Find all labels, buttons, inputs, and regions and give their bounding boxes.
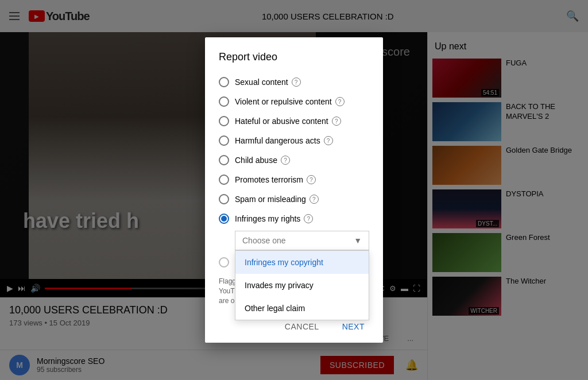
option-text-sexual: Sexual content xyxy=(235,77,288,87)
dropdown-item-privacy[interactable]: Invades my privacy xyxy=(235,274,369,297)
help-icon-violent[interactable]: ? xyxy=(335,97,345,106)
chevron-down-icon: ▼ xyxy=(354,236,362,245)
help-icon-terrorism[interactable]: ? xyxy=(307,175,316,184)
radio-hateful xyxy=(219,116,229,126)
dropdown-container: Choose one ▼ Infringes my copyright Inva… xyxy=(235,231,369,250)
option-spam[interactable]: Spam or misleading ? xyxy=(205,189,383,209)
radio-other xyxy=(219,257,229,267)
help-icon-sexual[interactable]: ? xyxy=(292,77,301,87)
report-dialog: Report video Sexual content ? Violent or… xyxy=(205,37,383,342)
modal-overlay: Report video Sexual content ? Violent or… xyxy=(0,0,588,380)
option-terrorism[interactable]: Promotes terrorism ? xyxy=(205,170,383,189)
option-label-hateful: Hateful or abusive content ? xyxy=(235,117,341,126)
option-hateful[interactable]: Hateful or abusive content ? xyxy=(205,111,383,131)
option-label-terrorism: Promotes terrorism ? xyxy=(235,175,316,184)
option-text-rights: Infringes my rights xyxy=(235,214,300,223)
option-sexual[interactable]: Sexual content ? xyxy=(205,72,383,92)
option-text-spam: Spam or misleading xyxy=(235,195,306,204)
dropdown-menu: Infringes my copyright Invades my privac… xyxy=(235,250,369,320)
radio-spam xyxy=(219,194,229,204)
help-icon-spam[interactable]: ? xyxy=(310,195,319,204)
dropdown-item-legal[interactable]: Other legal claim xyxy=(235,297,369,320)
option-label-harmful: Harmful dangerous acts ? xyxy=(235,136,333,145)
dialog-title: Report video xyxy=(205,51,383,72)
radio-terrorism xyxy=(219,175,229,185)
option-label-spam: Spam or misleading ? xyxy=(235,195,319,204)
help-icon-rights[interactable]: ? xyxy=(304,214,313,223)
dropdown-item-copyright[interactable]: Infringes my copyright xyxy=(235,251,369,274)
radio-sexual xyxy=(219,77,229,87)
radio-harmful xyxy=(219,135,229,146)
option-child[interactable]: Child abuse ? xyxy=(205,150,383,170)
help-icon-hateful[interactable]: ? xyxy=(332,117,341,126)
radio-violent xyxy=(219,96,229,107)
option-text-terrorism: Promotes terrorism xyxy=(235,175,303,184)
option-label-sexual: Sexual content ? xyxy=(235,77,301,87)
option-label-child: Child abuse ? xyxy=(235,156,290,165)
radio-child xyxy=(219,155,229,165)
radio-rights xyxy=(219,214,229,224)
option-rights[interactable]: Infringes my rights ? xyxy=(205,209,383,228)
option-label-rights: Infringes my rights ? xyxy=(235,214,313,223)
option-text-harmful: Harmful dangerous acts xyxy=(235,136,320,145)
dropdown-trigger[interactable]: Choose one ▼ xyxy=(235,231,369,250)
option-text-child: Child abuse xyxy=(235,156,277,165)
help-icon-harmful[interactable]: ? xyxy=(324,136,333,145)
option-violent[interactable]: Violent or repulsive content ? xyxy=(205,92,383,111)
option-text-hateful: Hateful or abusive content xyxy=(235,117,328,126)
option-text-violent: Violent or repulsive content xyxy=(235,97,332,106)
dropdown-selected-text: Choose one xyxy=(242,236,286,245)
help-icon-child[interactable]: ? xyxy=(281,156,290,165)
option-label-violent: Violent or repulsive content ? xyxy=(235,97,345,106)
option-harmful[interactable]: Harmful dangerous acts ? xyxy=(205,131,383,150)
